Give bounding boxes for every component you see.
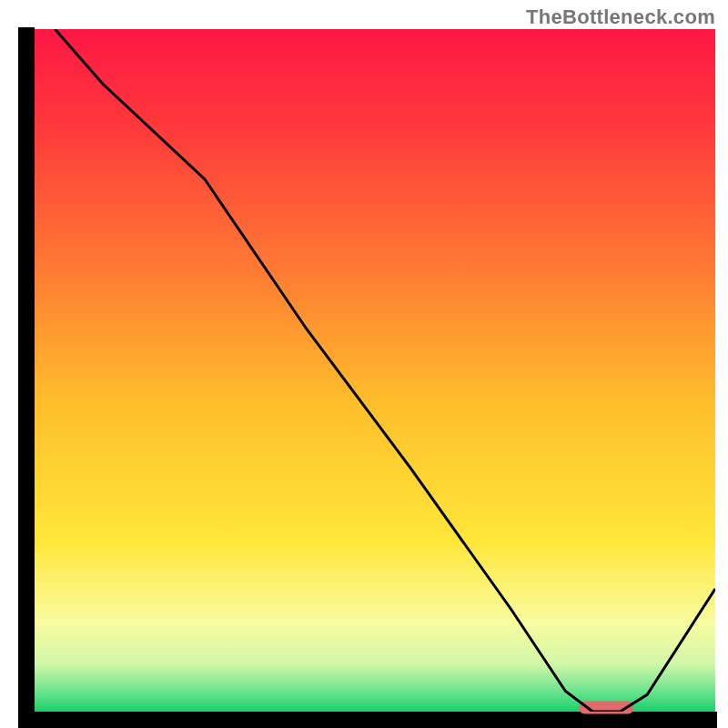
gradient-background <box>35 29 715 712</box>
watermark-text: TheBottleneck.com <box>526 5 715 29</box>
chart-container: TheBottleneck.com <box>0 0 728 728</box>
chart-svg <box>0 0 728 728</box>
